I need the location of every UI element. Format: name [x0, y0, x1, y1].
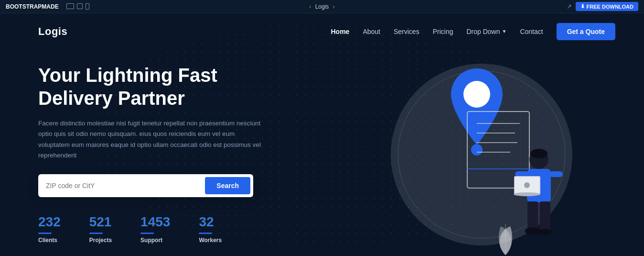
nav-home[interactable]: Home [331, 28, 349, 35]
hero-description: Facere distinctio molestiae nisi fugit t… [38, 118, 263, 161]
stat-support-divider [140, 233, 154, 234]
stat-support: 1453 Support [140, 214, 170, 244]
svg-point-2 [463, 81, 490, 108]
stat-projects-label: Projects [89, 237, 112, 244]
stat-workers-number: 32 [199, 214, 214, 230]
get-quote-button[interactable]: Get a Quote [557, 23, 615, 40]
search-box: Search [38, 174, 253, 197]
stat-clients-divider [38, 233, 52, 234]
phone-icon[interactable] [86, 3, 89, 10]
hero-svg [329, 49, 615, 256]
download-icon: ⬇ [580, 3, 585, 10]
tablet-icon[interactable] [77, 3, 83, 9]
nav-dropdown-label: Drop Down [466, 28, 500, 35]
svg-point-21 [514, 192, 540, 196]
stat-support-number: 1453 [140, 214, 170, 230]
stat-clients: 232 Clients [38, 214, 61, 244]
download-button[interactable]: ⬇ FREE DOWNLOAD [576, 2, 638, 11]
prev-arrow-icon[interactable]: ‹ [309, 3, 311, 10]
search-button[interactable]: Search [205, 177, 250, 194]
toolbar-brand: BOOTSTRAPMADE [6, 3, 59, 10]
toolbar-device-icons [66, 3, 89, 10]
site-title: Logis [315, 3, 329, 10]
stat-projects: 521 Projects [89, 214, 112, 244]
stat-clients-label: Clients [38, 237, 57, 244]
svg-rect-16 [540, 201, 550, 230]
website-preview: Logis Home About Services Pricing Drop D… [0, 13, 644, 256]
hero-title: Your Lightning Fast Delivery Partner [38, 64, 315, 110]
download-label: FREE DOWNLOAD [587, 4, 633, 10]
svg-point-3 [471, 144, 483, 156]
stat-workers: 32 Workers [199, 214, 222, 244]
stat-clients-number: 232 [38, 214, 61, 230]
brand-bootstrap: BOOTSTRAP [6, 3, 42, 10]
nav-dropdown[interactable]: Drop Down ▼ [466, 28, 506, 35]
svg-point-22 [524, 182, 530, 188]
stat-projects-number: 521 [89, 214, 112, 230]
external-link-icon[interactable]: ↗ [567, 3, 572, 10]
search-input[interactable] [46, 182, 205, 189]
nav-pricing[interactable]: Pricing [433, 28, 453, 35]
hero-left: Your Lightning Fast Delivery Partner Fac… [38, 59, 315, 244]
svg-rect-15 [527, 201, 538, 230]
hero-title-line2: Delivery Partner [38, 88, 185, 109]
toolbar-left: BOOTSTRAPMADE [6, 3, 89, 10]
hero-section: Your Lightning Fast Delivery Partner Fac… [0, 49, 644, 256]
hero-title-line1: Your Lightning Fast [38, 65, 217, 86]
svg-point-18 [538, 229, 552, 235]
nav-contact[interactable]: Contact [520, 28, 543, 35]
svg-point-17 [525, 227, 540, 235]
stat-support-label: Support [140, 237, 162, 244]
monitor-icon[interactable] [66, 3, 74, 9]
toolbar-right: ↗ ⬇ FREE DOWNLOAD [567, 2, 638, 11]
navbar: Logis Home About Services Pricing Drop D… [0, 13, 644, 49]
hero-illustration [325, 59, 606, 256]
toolbar-center: ‹ Logis › [309, 3, 334, 10]
nav-services[interactable]: Services [394, 28, 419, 35]
toolbar: BOOTSTRAPMADE ‹ Logis › ↗ ⬇ FREE DOWNLOA… [0, 0, 644, 13]
nav-about[interactable]: About [363, 28, 380, 35]
stat-projects-divider [89, 233, 103, 234]
stats-section: 232 Clients 521 Projects 1453 Support 32 [38, 214, 315, 244]
stat-workers-divider [199, 233, 212, 234]
stat-workers-label: Workers [199, 237, 222, 244]
svg-rect-14 [549, 171, 563, 177]
next-arrow-icon[interactable]: › [333, 3, 334, 10]
brand-made: MADE [42, 3, 58, 10]
svg-point-11 [530, 149, 547, 158]
chevron-down-icon: ▼ [502, 29, 506, 34]
nav-brand[interactable]: Logis [38, 25, 67, 38]
nav-links: Home About Services Pricing Drop Down ▼ … [331, 23, 615, 40]
